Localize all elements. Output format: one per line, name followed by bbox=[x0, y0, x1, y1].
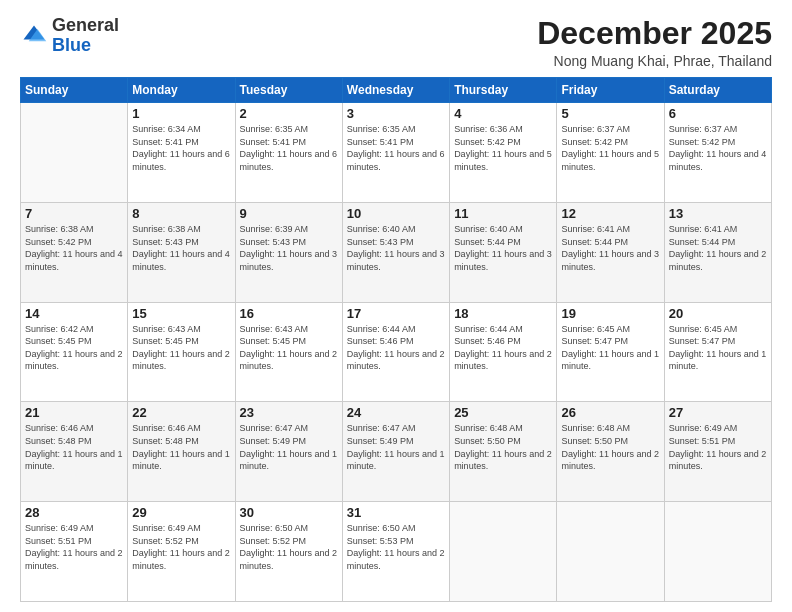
day-number: 20 bbox=[669, 306, 767, 321]
day-number: 30 bbox=[240, 505, 338, 520]
day-info: Sunrise: 6:49 AMSunset: 5:51 PMDaylight:… bbox=[25, 522, 123, 572]
calendar-cell: 15Sunrise: 6:43 AMSunset: 5:45 PMDayligh… bbox=[128, 302, 235, 402]
calendar-week-5: 28Sunrise: 6:49 AMSunset: 5:51 PMDayligh… bbox=[21, 502, 772, 602]
day-info: Sunrise: 6:45 AMSunset: 5:47 PMDaylight:… bbox=[669, 323, 767, 373]
day-number: 10 bbox=[347, 206, 445, 221]
month-title: December 2025 bbox=[537, 16, 772, 51]
day-info: Sunrise: 6:44 AMSunset: 5:46 PMDaylight:… bbox=[347, 323, 445, 373]
day-number: 29 bbox=[132, 505, 230, 520]
calendar-cell: 21Sunrise: 6:46 AMSunset: 5:48 PMDayligh… bbox=[21, 402, 128, 502]
day-number: 23 bbox=[240, 405, 338, 420]
day-number: 28 bbox=[25, 505, 123, 520]
calendar-cell: 28Sunrise: 6:49 AMSunset: 5:51 PMDayligh… bbox=[21, 502, 128, 602]
day-info: Sunrise: 6:46 AMSunset: 5:48 PMDaylight:… bbox=[25, 422, 123, 472]
day-number: 26 bbox=[561, 405, 659, 420]
day-info: Sunrise: 6:45 AMSunset: 5:47 PMDaylight:… bbox=[561, 323, 659, 373]
logo-icon bbox=[20, 22, 48, 50]
day-number: 3 bbox=[347, 106, 445, 121]
day-number: 5 bbox=[561, 106, 659, 121]
day-info: Sunrise: 6:49 AMSunset: 5:52 PMDaylight:… bbox=[132, 522, 230, 572]
calendar-header-row: SundayMondayTuesdayWednesdayThursdayFrid… bbox=[21, 78, 772, 103]
day-info: Sunrise: 6:36 AMSunset: 5:42 PMDaylight:… bbox=[454, 123, 552, 173]
calendar-cell: 22Sunrise: 6:46 AMSunset: 5:48 PMDayligh… bbox=[128, 402, 235, 502]
calendar-cell: 31Sunrise: 6:50 AMSunset: 5:53 PMDayligh… bbox=[342, 502, 449, 602]
calendar-cell bbox=[21, 103, 128, 203]
col-header-monday: Monday bbox=[128, 78, 235, 103]
day-number: 18 bbox=[454, 306, 552, 321]
day-number: 17 bbox=[347, 306, 445, 321]
calendar-cell bbox=[450, 502, 557, 602]
day-number: 21 bbox=[25, 405, 123, 420]
calendar-cell: 16Sunrise: 6:43 AMSunset: 5:45 PMDayligh… bbox=[235, 302, 342, 402]
day-number: 9 bbox=[240, 206, 338, 221]
day-info: Sunrise: 6:38 AMSunset: 5:43 PMDaylight:… bbox=[132, 223, 230, 273]
logo: General Blue bbox=[20, 16, 119, 56]
logo-general-text: General bbox=[52, 15, 119, 35]
col-header-tuesday: Tuesday bbox=[235, 78, 342, 103]
day-info: Sunrise: 6:43 AMSunset: 5:45 PMDaylight:… bbox=[240, 323, 338, 373]
day-number: 2 bbox=[240, 106, 338, 121]
calendar-week-3: 14Sunrise: 6:42 AMSunset: 5:45 PMDayligh… bbox=[21, 302, 772, 402]
day-number: 4 bbox=[454, 106, 552, 121]
calendar-week-1: 1Sunrise: 6:34 AMSunset: 5:41 PMDaylight… bbox=[21, 103, 772, 203]
calendar-cell: 5Sunrise: 6:37 AMSunset: 5:42 PMDaylight… bbox=[557, 103, 664, 203]
day-info: Sunrise: 6:34 AMSunset: 5:41 PMDaylight:… bbox=[132, 123, 230, 173]
day-info: Sunrise: 6:35 AMSunset: 5:41 PMDaylight:… bbox=[347, 123, 445, 173]
day-info: Sunrise: 6:35 AMSunset: 5:41 PMDaylight:… bbox=[240, 123, 338, 173]
calendar-cell: 1Sunrise: 6:34 AMSunset: 5:41 PMDaylight… bbox=[128, 103, 235, 203]
calendar-week-4: 21Sunrise: 6:46 AMSunset: 5:48 PMDayligh… bbox=[21, 402, 772, 502]
day-number: 8 bbox=[132, 206, 230, 221]
day-info: Sunrise: 6:50 AMSunset: 5:53 PMDaylight:… bbox=[347, 522, 445, 572]
col-header-friday: Friday bbox=[557, 78, 664, 103]
col-header-wednesday: Wednesday bbox=[342, 78, 449, 103]
day-info: Sunrise: 6:49 AMSunset: 5:51 PMDaylight:… bbox=[669, 422, 767, 472]
day-number: 15 bbox=[132, 306, 230, 321]
day-number: 11 bbox=[454, 206, 552, 221]
calendar-cell: 24Sunrise: 6:47 AMSunset: 5:49 PMDayligh… bbox=[342, 402, 449, 502]
day-number: 27 bbox=[669, 405, 767, 420]
day-info: Sunrise: 6:40 AMSunset: 5:44 PMDaylight:… bbox=[454, 223, 552, 273]
day-number: 7 bbox=[25, 206, 123, 221]
day-info: Sunrise: 6:42 AMSunset: 5:45 PMDaylight:… bbox=[25, 323, 123, 373]
col-header-sunday: Sunday bbox=[21, 78, 128, 103]
day-info: Sunrise: 6:41 AMSunset: 5:44 PMDaylight:… bbox=[561, 223, 659, 273]
day-info: Sunrise: 6:40 AMSunset: 5:43 PMDaylight:… bbox=[347, 223, 445, 273]
calendar-cell: 26Sunrise: 6:48 AMSunset: 5:50 PMDayligh… bbox=[557, 402, 664, 502]
calendar-cell: 8Sunrise: 6:38 AMSunset: 5:43 PMDaylight… bbox=[128, 202, 235, 302]
calendar-cell: 2Sunrise: 6:35 AMSunset: 5:41 PMDaylight… bbox=[235, 103, 342, 203]
location: Nong Muang Khai, Phrae, Thailand bbox=[537, 53, 772, 69]
day-info: Sunrise: 6:41 AMSunset: 5:44 PMDaylight:… bbox=[669, 223, 767, 273]
calendar-cell: 13Sunrise: 6:41 AMSunset: 5:44 PMDayligh… bbox=[664, 202, 771, 302]
calendar-cell: 23Sunrise: 6:47 AMSunset: 5:49 PMDayligh… bbox=[235, 402, 342, 502]
day-info: Sunrise: 6:46 AMSunset: 5:48 PMDaylight:… bbox=[132, 422, 230, 472]
day-number: 22 bbox=[132, 405, 230, 420]
day-info: Sunrise: 6:43 AMSunset: 5:45 PMDaylight:… bbox=[132, 323, 230, 373]
calendar-cell: 9Sunrise: 6:39 AMSunset: 5:43 PMDaylight… bbox=[235, 202, 342, 302]
calendar-cell bbox=[557, 502, 664, 602]
day-info: Sunrise: 6:47 AMSunset: 5:49 PMDaylight:… bbox=[347, 422, 445, 472]
calendar-cell: 14Sunrise: 6:42 AMSunset: 5:45 PMDayligh… bbox=[21, 302, 128, 402]
day-info: Sunrise: 6:48 AMSunset: 5:50 PMDaylight:… bbox=[454, 422, 552, 472]
calendar-cell: 11Sunrise: 6:40 AMSunset: 5:44 PMDayligh… bbox=[450, 202, 557, 302]
calendar-cell: 27Sunrise: 6:49 AMSunset: 5:51 PMDayligh… bbox=[664, 402, 771, 502]
calendar-table: SundayMondayTuesdayWednesdayThursdayFrid… bbox=[20, 77, 772, 602]
day-number: 25 bbox=[454, 405, 552, 420]
calendar-cell: 7Sunrise: 6:38 AMSunset: 5:42 PMDaylight… bbox=[21, 202, 128, 302]
calendar-cell: 19Sunrise: 6:45 AMSunset: 5:47 PMDayligh… bbox=[557, 302, 664, 402]
day-number: 19 bbox=[561, 306, 659, 321]
calendar-cell: 29Sunrise: 6:49 AMSunset: 5:52 PMDayligh… bbox=[128, 502, 235, 602]
day-number: 31 bbox=[347, 505, 445, 520]
calendar-cell: 30Sunrise: 6:50 AMSunset: 5:52 PMDayligh… bbox=[235, 502, 342, 602]
day-number: 24 bbox=[347, 405, 445, 420]
calendar-cell: 6Sunrise: 6:37 AMSunset: 5:42 PMDaylight… bbox=[664, 103, 771, 203]
calendar-cell bbox=[664, 502, 771, 602]
day-number: 1 bbox=[132, 106, 230, 121]
calendar-week-2: 7Sunrise: 6:38 AMSunset: 5:42 PMDaylight… bbox=[21, 202, 772, 302]
day-info: Sunrise: 6:48 AMSunset: 5:50 PMDaylight:… bbox=[561, 422, 659, 472]
day-info: Sunrise: 6:37 AMSunset: 5:42 PMDaylight:… bbox=[669, 123, 767, 173]
day-info: Sunrise: 6:38 AMSunset: 5:42 PMDaylight:… bbox=[25, 223, 123, 273]
day-info: Sunrise: 6:47 AMSunset: 5:49 PMDaylight:… bbox=[240, 422, 338, 472]
day-info: Sunrise: 6:50 AMSunset: 5:52 PMDaylight:… bbox=[240, 522, 338, 572]
logo-text: General Blue bbox=[52, 16, 119, 56]
day-number: 16 bbox=[240, 306, 338, 321]
